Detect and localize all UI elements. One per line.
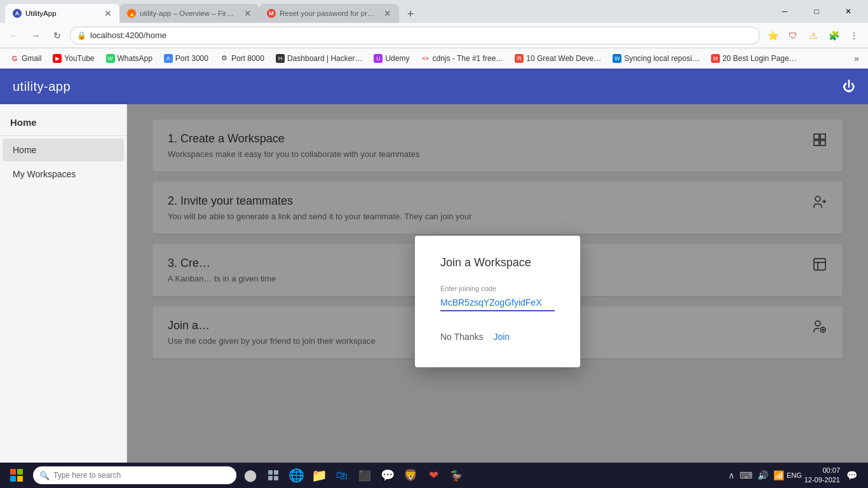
youtube-icon: ▶ [53, 54, 62, 63]
bookmark-udemy-label: Udemy [385, 54, 409, 63]
language-badge[interactable]: ENG [787, 471, 802, 479]
bookmark-star-icon[interactable]: ⭐ [764, 27, 782, 44]
modal-actions: No Thanks Join [440, 327, 555, 347]
bookmark-port3000[interactable]: A Port 3000 [159, 53, 214, 64]
tray-network-icon[interactable]: 📶 [773, 470, 784, 480]
close-button[interactable]: ✕ [834, 2, 863, 21]
bookmark-syncing[interactable]: W Syncing local reposi… [607, 53, 705, 64]
svg-rect-13 [274, 470, 278, 475]
warning-icon[interactable]: ⚠ [804, 27, 822, 44]
taskbar-cortana-icon[interactable]: ⬤ [239, 464, 262, 487]
maximize-button[interactable]: □ [802, 2, 831, 21]
tray-keyboard-icon[interactable]: ⌨ [740, 470, 752, 480]
bookmark-10great-label: 10 Great Web Deve… [526, 54, 601, 63]
bookmarks-bar: G Gmail ▶ YouTube W WhatsApp A Port 3000… [0, 48, 868, 69]
20best-icon: M [711, 54, 720, 63]
new-tab-button[interactable]: + [402, 5, 419, 23]
svg-rect-14 [268, 476, 273, 480]
minimize-button[interactable]: ─ [770, 2, 799, 21]
app-header: utility-app ⏻ [0, 69, 868, 104]
taskbar-teams-icon[interactable]: 💬 [376, 464, 399, 487]
tab-reset-password[interactable]: M Reset your password for project-2297… … [259, 4, 399, 23]
bookmark-port8000[interactable]: ⚙ Port 8000 [215, 53, 269, 64]
forward-button[interactable]: → [27, 27, 44, 44]
bookmark-cdnjs[interactable]: <> cdnjs - The #1 free… [416, 53, 508, 64]
taskbar-search-bar[interactable]: 🔍 [33, 466, 236, 484]
bookmark-20best[interactable]: M 20 Best Login Page… [706, 53, 802, 64]
taskbar-terminal-icon[interactable]: ⬛ [353, 464, 376, 487]
extensions-icon[interactable]: 🧩 [825, 27, 843, 44]
tab-title-3: Reset your password for project-2297… [280, 10, 377, 17]
bookmark-port8000-label: Port 8000 [231, 54, 264, 63]
windows-icon [10, 469, 23, 482]
cdnjs-icon: <> [421, 54, 430, 63]
power-button[interactable]: ⏻ [843, 79, 855, 94]
app-title: utility-app [13, 79, 71, 94]
clock-time: 00:07 [804, 466, 840, 475]
taskbar-explorer-icon[interactable]: 📁 [308, 464, 330, 487]
bookmark-whatsapp[interactable]: W WhatsApp [101, 53, 158, 64]
address-bar[interactable]: 🔒 localhost:4200/home [70, 27, 760, 44]
tab-title-1: UtilityApp [25, 10, 98, 17]
system-clock[interactable]: 00:07 12-09-2021 [804, 466, 840, 485]
bookmark-10great[interactable]: R 10 Great Web Deve… [510, 53, 606, 64]
tab-title-2: utility-app – Overview – Firebase cons… [140, 10, 238, 17]
no-thanks-button[interactable]: No Thanks [440, 327, 483, 347]
tab-firebase[interactable]: 🔥 utility-app – Overview – Firebase cons… [119, 4, 259, 23]
taskbar-duck-icon[interactable]: 🦆 [445, 464, 468, 487]
whatsapp-icon: W [106, 54, 115, 63]
taskbar-store-icon[interactable]: 🛍 [330, 464, 353, 487]
app-container: Home Home My Workspaces 1. Create a Work… [0, 104, 868, 488]
tray-volume-icon[interactable]: 🔊 [757, 470, 768, 480]
sidebar-header: Home [0, 109, 126, 136]
tab-close-2[interactable]: ✕ [244, 8, 252, 18]
back-button[interactable]: ← [5, 27, 23, 44]
joining-code-input-group: Enter joining code [440, 285, 555, 311]
taskbar-search-input[interactable] [53, 471, 230, 480]
10great-icon: R [515, 54, 524, 63]
taskbar-search-icon: 🔍 [39, 471, 50, 480]
brave-shield-icon[interactable]: 🛡 [784, 27, 802, 44]
tab-favicon-2: 🔥 [127, 9, 136, 18]
refresh-button[interactable]: ↻ [48, 27, 66, 44]
notification-button[interactable]: 💬 [843, 466, 860, 484]
bookmark-20best-label: 20 Best Login Page… [722, 54, 797, 63]
bookmark-youtube-label: YouTube [64, 54, 94, 63]
bookmarks-more-button[interactable]: » [850, 52, 863, 65]
tab-close-1[interactable]: ✕ [104, 8, 112, 18]
taskbar-task-view-icon[interactable] [262, 464, 285, 487]
bookmark-gmail-label: Gmail [22, 54, 41, 63]
taskbar-right: ∧ ⌨ 🔊 📶 ENG 00:07 12-09-2021 💬 [728, 466, 865, 485]
taskbar-brave-icon[interactable]: 🦁 [399, 464, 422, 487]
port8000-icon: ⚙ [220, 54, 229, 63]
sidebar-item-workspaces[interactable]: My Workspaces [3, 163, 124, 186]
join-workspace-modal: Join a Workspace Enter joining code No T… [415, 236, 580, 367]
udemy-icon: U [374, 54, 383, 63]
address-text: localhost:4200/home [90, 30, 753, 40]
tab-favicon-1: A [13, 9, 22, 18]
bookmark-port3000-label: Port 3000 [175, 54, 208, 63]
bookmark-youtube[interactable]: ▶ YouTube [48, 53, 99, 64]
title-bar: A UtilityApp ✕ 🔥 utility-app – Overview … [0, 0, 868, 23]
port3000-icon: A [164, 54, 173, 63]
start-button[interactable] [3, 463, 31, 488]
sidebar: Home Home My Workspaces [0, 104, 127, 488]
tray-chevron-icon[interactable]: ∧ [728, 470, 735, 480]
join-button[interactable]: Join [493, 327, 510, 347]
tab-close-3[interactable]: ✕ [384, 8, 391, 18]
menu-icon[interactable]: ⋮ [845, 27, 863, 44]
joining-code-input[interactable] [440, 295, 555, 311]
bookmark-dashboard[interactable]: H Dashboard | Hacker… [271, 53, 368, 64]
bookmark-udemy[interactable]: U Udemy [369, 53, 414, 64]
taskbar-edge-icon[interactable]: 🌐 [285, 464, 308, 487]
sidebar-item-home[interactable]: Home [3, 139, 124, 161]
taskbar-app-icon[interactable]: ❤ [422, 464, 445, 487]
tabs-area: A UtilityApp ✕ 🔥 utility-app – Overview … [5, 0, 419, 23]
bookmark-syncing-label: Syncing local reposi… [624, 54, 700, 63]
window-controls: ─ □ ✕ [770, 2, 863, 21]
modal-title: Join a Workspace [440, 256, 555, 269]
lock-icon: 🔒 [77, 31, 86, 40]
bookmark-whatsapp-label: WhatsApp [118, 54, 153, 63]
tab-utilityapp[interactable]: A UtilityApp ✕ [5, 4, 119, 23]
bookmark-gmail[interactable]: G Gmail [5, 53, 46, 64]
